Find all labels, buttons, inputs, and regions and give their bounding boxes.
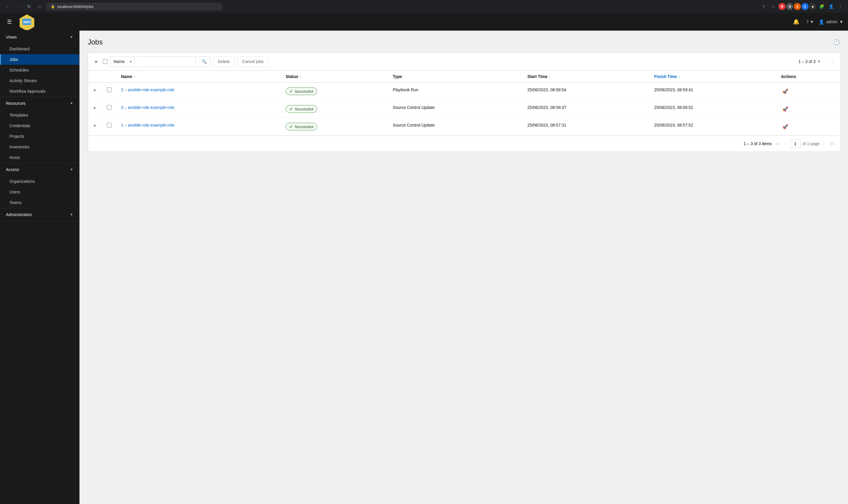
hamburger-menu-button[interactable]: ☰ (5, 16, 14, 28)
row-checkbox[interactable] (107, 123, 112, 127)
th-status-sort[interactable]: Status ↕ (286, 74, 301, 79)
row-start-time-cell: 25/06/2023, 08:58:37 (523, 101, 650, 118)
row-checkbox[interactable] (107, 105, 112, 110)
sidebar-item-credentials[interactable]: Credentials (0, 121, 79, 131)
pagination-count-dropdown[interactable]: ▼ (817, 59, 821, 64)
sidebar-section-administration-header[interactable]: Administration ▼ (0, 208, 79, 221)
pagination-next-button[interactable]: › (830, 58, 836, 65)
access-chevron-icon: ▼ (70, 167, 73, 172)
table-row: ► 2 – ansible-role-example-role ✔ Succes… (88, 83, 841, 101)
administration-chevron-icon: ▼ (70, 213, 73, 217)
sidebar-item-organizations[interactable]: Organizations (0, 176, 79, 187)
select-all-checkbox[interactable] (103, 59, 107, 64)
cancel-jobs-button[interactable]: Cancel jobs (237, 56, 269, 67)
footer-prev-page-button[interactable]: ‹ (783, 140, 788, 147)
browser-share-button[interactable]: ⇧ (760, 2, 768, 11)
sidebar-item-hosts[interactable]: Hosts (0, 152, 79, 163)
navbar-right: 🔔 ? ▼ 👤 admin ▼ (791, 17, 843, 27)
page-title: Jobs (88, 38, 103, 46)
sidebar-section-resources-header[interactable]: Resources ▼ (0, 97, 79, 110)
url-text: localhost:8043/#/jobs (57, 4, 93, 9)
row-checkbox-cell (102, 118, 116, 136)
sidebar-section-access-header[interactable]: Access ▼ (0, 163, 79, 176)
browser-back-button[interactable]: ← (3, 2, 12, 11)
job-name-link[interactable]: 2 – ansible-role-example-role (121, 87, 174, 92)
sidebar-section-views-header[interactable]: Views ▼ (0, 31, 79, 43)
pagination-info: 1 – 3 of 3 ▼ (798, 59, 820, 64)
history-button[interactable]: 🕐 (832, 38, 841, 47)
sidebar-item-teams[interactable]: Teams (0, 197, 79, 208)
th-finish-time: Finish Time ↓ (650, 71, 776, 83)
th-name-sort[interactable]: Name ↕ (121, 74, 135, 79)
browser-actions: ⇧ ☆ M ⚙ A b ■ 🧩 👤 ⋮ (760, 2, 845, 11)
row-actions-cell: 🚀 (776, 83, 841, 101)
row-actions-cell: 🚀 (776, 101, 841, 118)
lock-icon: 🔒 (51, 4, 55, 8)
browser-refresh-button[interactable]: ↻ (25, 2, 33, 11)
row-action-relaunch-button[interactable]: 🚀 (781, 87, 789, 95)
help-chevron: ▼ (810, 19, 814, 24)
status-badge: ✔ Successful (286, 87, 317, 95)
search-button[interactable]: 🔍 (198, 56, 211, 67)
browser-menu-button[interactable]: ⋮ (836, 2, 845, 11)
status-check-icon: ✔ (289, 89, 293, 94)
th-finish-time-sort[interactable]: Finish Time ↓ (654, 74, 680, 79)
sidebar-section-administration-label: Administration (6, 212, 32, 217)
sidebar-item-workflow-approvals[interactable]: Workflow Approvals (0, 86, 79, 96)
pagination-nav: ‹ › (823, 58, 836, 65)
delete-button[interactable]: Delete (213, 56, 235, 67)
footer-first-page-button[interactable]: ≪ (774, 140, 781, 147)
sidebar-item-jobs[interactable]: Jobs (0, 54, 79, 65)
sidebar-item-templates[interactable]: Templates (0, 110, 79, 121)
page-header: Jobs 🕐 (88, 38, 841, 47)
top-navbar: ☰ AWX 🔔 ? ▼ 👤 admin ▼ (0, 13, 848, 31)
row-expand-button[interactable]: ► (93, 123, 97, 128)
browser-bookmark-button[interactable]: ☆ (769, 2, 777, 11)
sidebar-item-projects[interactable]: Projects (0, 131, 79, 142)
sidebar-section-access: Access ▼ Organizations Users Teams (0, 163, 79, 208)
job-name-link[interactable]: 3 – ansible-role-example-role (121, 105, 174, 110)
browser-profile-button[interactable]: 👤 (827, 2, 835, 11)
status-check-icon: ✔ (289, 107, 293, 111)
status-check-icon: ✔ (289, 124, 293, 129)
filter-type-select[interactable]: Name ID Status Type (110, 56, 134, 67)
browser-chrome: ← → ↻ ⌂ 🔒 localhost:8043/#/jobs ⇧ ☆ M ⚙ … (0, 0, 848, 13)
expand-all-button[interactable]: ► (93, 57, 101, 66)
row-name-cell: 2 – ansible-role-example-role (116, 83, 281, 101)
pagination-prev-button[interactable]: ‹ (823, 58, 829, 65)
browser-extensions-button[interactable]: 🧩 (817, 2, 826, 11)
sidebar-item-inventories[interactable]: Inventories (0, 142, 79, 152)
notification-button[interactable]: 🔔 (791, 17, 801, 27)
sidebar-item-activity-stream[interactable]: Activity Stream (0, 75, 79, 86)
table-header: Name ↕ Status ↕ Type (88, 71, 841, 83)
address-bar[interactable]: 🔒 localhost:8043/#/jobs (46, 3, 222, 11)
row-type-cell: Source Control Update (388, 101, 523, 118)
help-button[interactable]: ? ▼ (806, 19, 814, 24)
job-name-link[interactable]: 1 – ansible-role-example-role (121, 123, 174, 127)
row-action-relaunch-button[interactable]: 🚀 (781, 123, 789, 131)
footer-next-page-button[interactable]: › (821, 140, 826, 147)
th-start-time-sort[interactable]: Start Time ↕ (527, 74, 550, 79)
sidebar-item-users[interactable]: Users (0, 187, 79, 197)
row-action-relaunch-button[interactable]: 🚀 (781, 105, 789, 113)
filter-input[interactable] (137, 56, 196, 67)
sidebar-item-schedules[interactable]: Schedules (0, 65, 79, 75)
awx-logo-svg: AWX (19, 14, 35, 30)
row-checkbox[interactable] (107, 87, 112, 92)
footer-page-input[interactable]: 1 (790, 139, 800, 148)
footer-pagination: 1 – 3 of 3 items ≪ ‹ 1 of 1 page › ≫ (744, 139, 836, 148)
row-expand-button[interactable]: ► (93, 105, 97, 110)
sidebar-item-dashboard[interactable]: Dashboard (0, 43, 79, 54)
footer-last-page-button[interactable]: ≫ (828, 140, 836, 147)
user-icon: 👤 (818, 19, 825, 25)
row-expand-button[interactable]: ► (93, 87, 97, 93)
th-status: Status ↕ (281, 71, 388, 83)
th-expand (88, 71, 102, 83)
user-menu-button[interactable]: 👤 admin ▼ (818, 19, 843, 25)
content-area: Jobs 🕐 ► Name ID Status (81, 31, 848, 504)
browser-home-button[interactable]: ⌂ (35, 2, 43, 11)
row-start-time-cell: 25/06/2023, 08:57:31 (523, 118, 650, 136)
browser-forward-button[interactable]: → (14, 2, 22, 11)
username-label: admin (826, 19, 837, 24)
th-name: Name ↕ (116, 71, 281, 83)
